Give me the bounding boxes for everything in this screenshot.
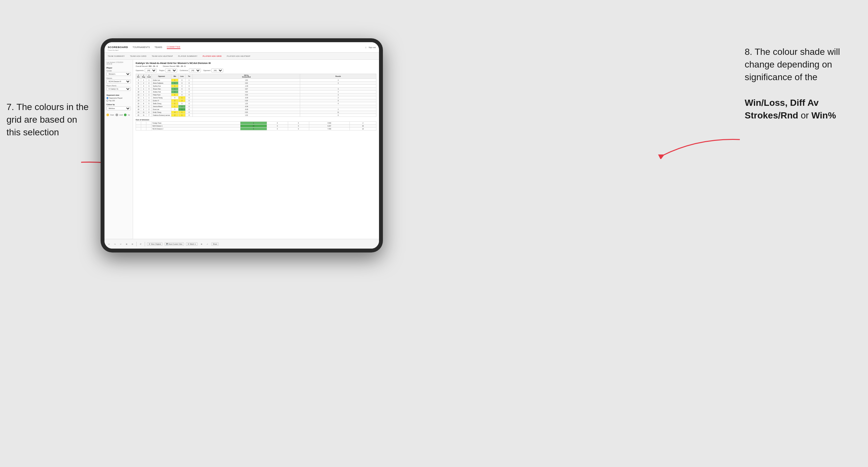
ood-cell-tie: 0: [288, 128, 309, 130]
cell-reg: 8: [141, 102, 146, 105]
cell-rounds: 2: [300, 96, 376, 99]
clock-btn[interactable]: ⏱: [138, 242, 143, 246]
nav-committee[interactable]: COMMITTEE: [167, 46, 180, 49]
opponents-played-radio[interactable]: Opponents Played: [106, 97, 131, 99]
view-original-btn[interactable]: 👁 View: Original: [147, 242, 162, 246]
ood-cell-win: 15: [240, 125, 267, 128]
cell-diff: 1.25: [193, 102, 300, 105]
table-row: 18 2 2 Euna Lee 0 1 0 -5.00 2: [136, 108, 376, 111]
cell-conf: 1: [146, 93, 152, 96]
copy-btn[interactable]: ⊞: [125, 242, 128, 246]
colour-by-select[interactable]: Win/loss: [106, 106, 131, 110]
legend-row: Down Level Up: [106, 114, 131, 116]
cell-rounds: 4: [300, 102, 376, 105]
legend-level-dot: [116, 114, 118, 116]
th-rounds: Rounds: [300, 74, 376, 79]
opponent-select[interactable]: (All): [211, 68, 223, 72]
sub-nav-team-h2h-heatmap[interactable]: TEAM H2H HEATMAP: [152, 55, 173, 57]
cell-loss: 0: [179, 88, 186, 91]
ood-cell-reg: [141, 125, 146, 128]
region-label: Region: [159, 69, 164, 71]
toolbar-sep2: [145, 242, 145, 246]
undo-btn[interactable]: ↩: [107, 242, 111, 246]
ood-cell-conf: [146, 125, 152, 128]
paste-btn[interactable]: ⊟: [130, 242, 134, 246]
nav-links: TOURNAMENTS TEAMS COMMITTEE: [133, 46, 180, 49]
gender-select[interactable]: Women's: [106, 72, 131, 76]
sub-nav-player-h2h-grid[interactable]: PLAYER H2H GRID: [203, 55, 222, 57]
legend-up-label: Up: [128, 114, 130, 116]
expand-btn[interactable]: ⤢: [206, 242, 209, 246]
annotation-right-text: 8. The colour shade will change dependin…: [745, 47, 840, 82]
nav-tournaments[interactable]: TOURNAMENTS: [133, 46, 150, 49]
nav-teams[interactable]: TEAMS: [154, 46, 162, 49]
out-of-division-header: Out of division: [136, 119, 376, 121]
cell-div: 9: [136, 88, 141, 91]
cell-reg: 1: [141, 88, 146, 91]
save-custom-btn[interactable]: 💾 Save Custom View: [164, 242, 184, 246]
ood-cell-loss: 0: [267, 128, 288, 130]
cell-rounds: 4: [300, 91, 376, 93]
cell-win: 1: [171, 82, 179, 85]
opponent-view-title: Opponent view: [106, 94, 131, 96]
left-sidebar: Last Updated: 27/03/2024 16:55:38 Player…: [104, 60, 133, 239]
opponents-label: Opponents:: [136, 69, 144, 71]
conference-select[interactable]: (All): [189, 68, 201, 72]
watch-btn[interactable]: 👁 Watch ▾: [186, 242, 197, 246]
ood-cell-rounds: 2: [349, 122, 376, 125]
cell-reg: 1: [141, 96, 146, 99]
grid-btn[interactable]: ⊞: [199, 242, 204, 246]
cell-win: 2: [171, 91, 179, 93]
table-row: 13 1 1 Heejo Hyun 1 0 0 3.33 3: [136, 93, 376, 96]
ood-table-row: NCAA Division 2 5 0 0 7.400 10: [136, 128, 376, 130]
cell-rounds: [300, 105, 376, 108]
sub-nav-player-h2h-heatmap[interactable]: PLAYER H2H HEATMAP: [227, 55, 250, 57]
logo-area: SCOREBOARD Powered by clippd: [108, 43, 128, 51]
arrow-right-svg: [652, 133, 743, 159]
ood-cell-tie: 0: [288, 125, 309, 128]
cell-loss: 0: [179, 85, 186, 88]
sub-nav-team-h2h-grid[interactable]: TEAM H2H GRID: [130, 55, 147, 57]
cell-win: 1: [171, 88, 179, 91]
table-row: 5 2 2 Alexis Sudjianto 1 0 0 4.00 3: [136, 82, 376, 85]
cell-loss: 1: [179, 96, 186, 99]
division-label: Division: [106, 77, 131, 79]
top-100-dot: [106, 100, 108, 101]
bottom-toolbar: ↩ ↪ ↩ ⊞ ⊟ ⏱ 👁 View: Original 💾 Save Cust…: [104, 239, 379, 249]
cell-win: 1: [171, 85, 179, 88]
player-rank-select[interactable]: 8. Katelyn Vo: [106, 87, 131, 91]
cell-tie: 1: [186, 79, 193, 82]
nav-separator: |: [365, 46, 366, 49]
cell-conf: 6: [146, 111, 152, 114]
redo-btn[interactable]: ↪: [113, 242, 117, 246]
cell-rounds: [300, 85, 376, 88]
region-select[interactable]: (All): [165, 68, 177, 72]
table-row: 3 1 1 Esther Lee 1 0 1 1.50 4: [136, 79, 376, 82]
cell-opponent: Jessica Mason: [152, 105, 171, 108]
ood-table: Foreign Team 1 0 0 4.500 2 NAIA Division…: [136, 121, 376, 130]
ood-cell-win: 5: [240, 128, 267, 130]
back-btn[interactable]: ↩: [119, 242, 123, 246]
right-content: Katelyn Vo Head-to-Head Grid for Women's…: [133, 60, 379, 239]
opponents-select[interactable]: (All): [145, 68, 157, 72]
cell-rounds: 3: [300, 82, 376, 85]
nav-right: | Sign out: [365, 46, 376, 49]
conference-filter: Conference (All): [180, 68, 201, 72]
ood-cell-div: [136, 128, 141, 130]
cell-rounds: 4: [300, 79, 376, 82]
ood-cell-tie: 0: [288, 122, 309, 125]
share-btn[interactable]: Share: [211, 242, 219, 246]
grid-title: Katelyn Vo Head-to-Head Grid for Women's…: [136, 62, 376, 65]
cell-win: 1: [171, 102, 179, 105]
division-select[interactable]: NCAA Division III: [106, 80, 131, 84]
grid-subtitle: Overall Record: 353 - 34 - 6 Division Re…: [136, 65, 376, 67]
cell-win: 0: [171, 96, 179, 99]
cell-opponent: Jessica Huang: [152, 96, 171, 99]
cell-win: 0: [171, 108, 179, 111]
cell-reg: 7: [141, 99, 146, 102]
sign-out-link[interactable]: Sign out: [369, 46, 376, 49]
top-100-radio[interactable]: Top 100: [106, 100, 131, 101]
sub-nav-player-summary[interactable]: PLAYER SUMMARY: [178, 55, 197, 57]
sub-nav-team-summary[interactable]: TEAM SUMMARY: [108, 55, 125, 57]
th-diff: Diff AvStrokes/Rnd: [193, 74, 300, 79]
